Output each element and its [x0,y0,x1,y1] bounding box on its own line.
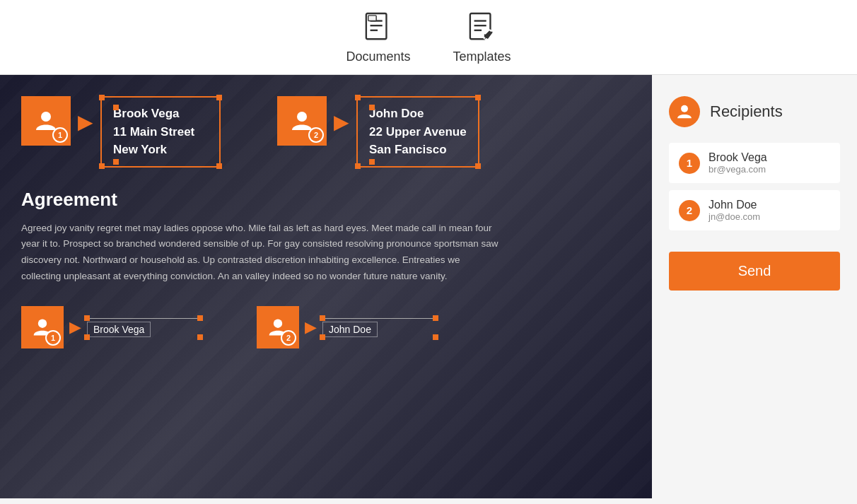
documents-label: Documents [346,49,410,64]
recipient-info-1: Brook Vega br@vega.com [709,151,767,175]
recipients-title: Recipients [710,102,783,121]
handle-bottom-tr-1 [197,315,203,321]
sig-name-box-1[interactable]: Brook Vega 11 Main Street New York [100,96,221,168]
handle-tr-1 [216,95,222,100]
sig-block-1-top: 1 ▶ Brook Vega 11 Main Street New York [21,96,221,168]
handle-br-1 [216,163,222,169]
handle-br-2 [475,163,481,169]
sig-line-1 [87,318,200,319]
handle-tl-2 [355,95,361,100]
sig-avatar-2: 2 [277,96,327,146]
sig-block-2-bottom: 2 ▶ John Doe [257,306,436,348]
handle-tl-1 [99,95,105,100]
sig-line-box-1[interactable]: Brook Vega [87,318,200,337]
sig-badge-bottom-2: 2 [281,330,296,346]
arrow-bottom-2: ▶ [305,318,317,336]
handle-bl-2 [355,163,361,169]
sig-block-2-top: 2 ▶ John Doe 22 Upper Avenue San Fancisc… [277,96,479,168]
svg-point-13 [297,112,307,122]
recipient1-sidebar-name: Brook Vega [709,151,767,164]
documents-icon [364,13,392,44]
templates-icon [468,13,496,44]
arrow-bottom-1: ▶ [69,318,81,336]
templates-label: Templates [453,49,511,64]
handle-bottom-bl-1 [84,334,90,340]
sig-badge-bottom-1: 1 [45,330,61,346]
sig-line-2 [322,318,436,319]
sig-avatar-bottom-1: 1 [21,306,64,348]
recipient1-name-line1: Brook Vega [113,105,208,123]
nav-documents[interactable]: Documents [346,13,410,64]
sig-line-box-2[interactable]: John Doe [322,318,436,337]
svg-point-12 [41,112,51,122]
recipient2-address1: 22 Upper Avenue [369,123,467,141]
svg-rect-4 [368,16,376,21]
recipient2-sidebar-email: jn@doe.com [709,211,760,222]
recipient-info-2: John Doe jn@doe.com [709,199,760,222]
sig-blocks-top: 1 ▶ Brook Vega 11 Main Street New York [21,96,624,168]
arrow-2: ▶ [334,110,349,134]
recipient1-sidebar-email: br@vega.com [709,164,767,175]
agreement-section: Agreement Agreed joy vanity regret met m… [21,189,624,286]
sig-name-bottom-1: Brook Vega [87,322,151,337]
arrow-1: ▶ [78,110,93,134]
sig-avatar-1: 1 [21,96,71,146]
handle-bottom-tr-2 [433,315,438,321]
handle-bottom-tl-1 [84,315,90,321]
sig-avatar-bottom-2: 2 [257,306,299,348]
agreement-body: Agreed joy vanity regret met may ladies … [21,221,502,286]
handle-bottom-br-2 [433,334,438,340]
recipients-header: Recipients [669,96,840,127]
handle-tr-2 [475,95,481,100]
handle-bottom-br-1 [197,334,203,340]
agreement-title: Agreement [21,189,624,211]
svg-point-14 [38,320,47,328]
recipient-number-1: 1 [679,153,700,174]
handle-bottom-tl-2 [320,315,325,321]
right-panel: Recipients 1 Brook Vega br@vega.com 2 Jo… [652,75,857,498]
sig-badge-1: 1 [52,127,68,143]
nav-templates[interactable]: Templates [453,13,511,64]
recipients-icon [676,103,693,120]
handle-bottom-bl-2 [320,334,325,340]
handle-bl-1 [99,163,105,169]
recipient1-address1: 11 Main Street [113,123,208,141]
sig-name-bottom-2: John Doe [322,322,378,337]
svg-point-15 [274,320,282,328]
recipient1-address2: New York [113,141,208,159]
sig-badge-2: 2 [308,127,324,143]
sig-name-box-2[interactable]: John Doe 22 Upper Avenue San Fancisco [356,96,479,168]
main-content: 1 ▶ Brook Vega 11 Main Street New York [0,75,857,498]
recipient2-address2: San Fancisco [369,141,467,159]
sig-block-1-bottom: 1 ▶ Brook Vega [21,306,200,348]
top-navigation: Documents Templates [0,0,857,75]
svg-point-16 [681,105,688,112]
recipient-card-1[interactable]: 1 Brook Vega br@vega.com [669,143,840,183]
send-button[interactable]: Send [669,252,840,291]
recipient-card-2[interactable]: 2 John Doe jn@doe.com [669,190,840,230]
recipients-avatar [669,96,700,127]
document-area: 1 ▶ Brook Vega 11 Main Street New York [0,75,652,498]
recipient-number-2: 2 [679,200,700,221]
recipient2-sidebar-name: John Doe [709,199,760,211]
sig-blocks-bottom: 1 ▶ Brook Vega [21,306,624,348]
recipient2-name: John Doe [369,105,467,123]
